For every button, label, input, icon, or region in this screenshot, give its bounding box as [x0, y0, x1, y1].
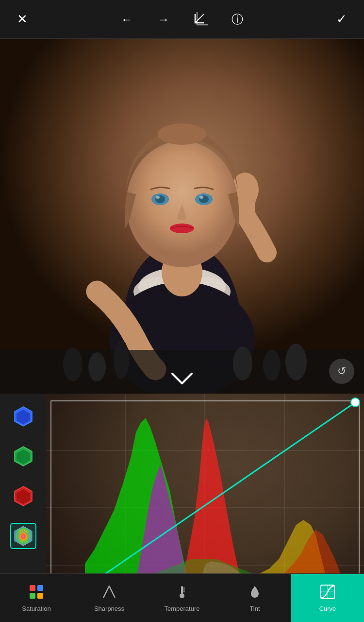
tab-curve[interactable]: Curve [291, 574, 364, 622]
curve-label: Curve [319, 605, 336, 612]
tint-icon [247, 584, 263, 602]
svg-point-48 [180, 593, 184, 598]
crop-button[interactable] [190, 9, 211, 30]
green-channel-button[interactable] [10, 443, 36, 469]
info-button[interactable]: ⓘ [227, 9, 248, 30]
toolbar-center-actions: ← → ⓘ [116, 9, 248, 30]
svg-point-19 [63, 347, 83, 381]
reset-button[interactable]: ↺ [329, 359, 354, 384]
svg-point-22 [233, 346, 252, 380]
svg-point-20 [88, 352, 106, 381]
saturation-label: Saturation [22, 605, 50, 612]
tab-saturation[interactable]: Saturation [0, 574, 73, 622]
sharpness-label: Sharpness [94, 605, 124, 612]
all-channels-button[interactable] [10, 523, 36, 549]
svg-rect-45 [30, 593, 35, 599]
svg-rect-43 [30, 585, 35, 591]
tab-temperature[interactable]: Temperature [146, 574, 218, 622]
svg-point-15 [156, 196, 160, 199]
svg-line-0 [195, 14, 204, 23]
collapse-panel-button[interactable] [167, 370, 197, 394]
tab-sharpness[interactable]: Sharpness [73, 574, 146, 622]
tab-tint[interactable]: Tint [218, 574, 291, 622]
svg-point-42 [351, 398, 360, 407]
svg-rect-44 [37, 585, 43, 591]
blue-channel-button[interactable] [10, 403, 36, 430]
svg-point-16 [199, 196, 203, 199]
tint-label: Tint [249, 605, 260, 612]
toolbar: ✕ ← → ⓘ ✓ [0, 0, 364, 39]
svg-point-23 [263, 350, 281, 381]
confirm-button[interactable]: ✓ [331, 9, 352, 30]
curve-icon [320, 584, 335, 602]
red-channel-button[interactable] [10, 483, 36, 509]
redo-button[interactable]: → [153, 9, 174, 30]
svg-point-24 [285, 344, 307, 380]
saturation-icon [29, 584, 44, 602]
bottom-tab-bar: Saturation Sharpness Temperature [0, 573, 364, 622]
svg-rect-47 [181, 586, 183, 594]
svg-rect-46 [37, 593, 43, 599]
svg-point-21 [114, 340, 129, 379]
svg-point-17 [170, 224, 194, 233]
sharpness-icon [101, 584, 117, 602]
svg-point-10 [158, 123, 206, 145]
temperature-icon [174, 584, 190, 602]
undo-button[interactable]: ← [116, 9, 137, 30]
temperature-label: Temperature [165, 605, 200, 612]
portrait-image [0, 39, 364, 394]
close-button[interactable]: ✕ [12, 9, 33, 30]
photo-area: ↺ [0, 39, 364, 394]
